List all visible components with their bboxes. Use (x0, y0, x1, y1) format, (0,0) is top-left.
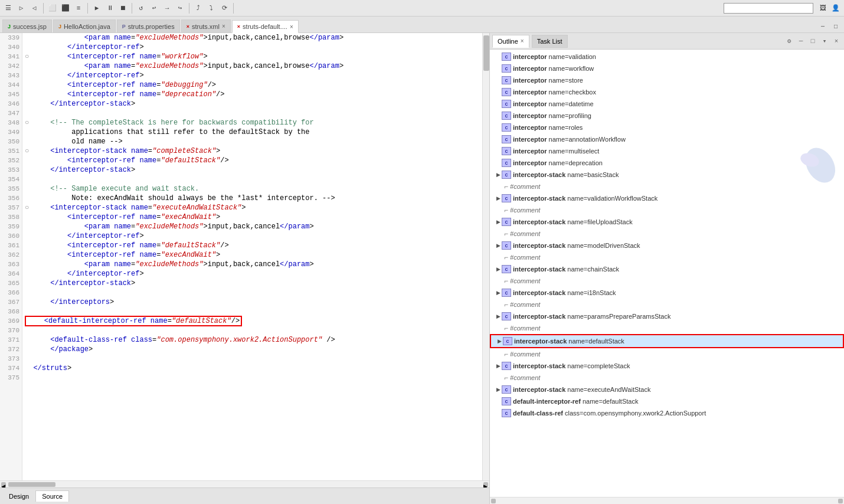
toolbar-icon-6[interactable]: ≡ (73, 2, 84, 14)
outline-item-20[interactable]: ▶cinterceptor-stack name=i18nStack (490, 287, 844, 299)
quick-access-input[interactable]: Quick Access (724, 3, 813, 14)
outline-item-29[interactable]: cdefault-interceptor-ref name=defaultSta… (490, 395, 844, 407)
fold-icon[interactable]: ○ (25, 53, 33, 61)
tab-source[interactable]: Source (35, 490, 69, 502)
outline-arrow-14[interactable]: ▶ (495, 217, 502, 227)
toolbar-icon-15[interactable]: ⤵ (205, 2, 217, 14)
toolbar-icon-13[interactable]: ↪ (174, 2, 186, 14)
outline-item-24[interactable]: ▶cinterceptor-stack name=defaultStack (490, 334, 844, 348)
outline-item-26[interactable]: ▶cinterceptor-stack name=completeStack (490, 360, 844, 372)
outline-item-28[interactable]: ▶cinterceptor-stack name=executeAndWaitS… (490, 384, 844, 395)
outline-arrow-28[interactable]: ▶ (495, 384, 502, 395)
toolbar-icon-5[interactable]: ⬛ (60, 2, 71, 14)
toolbar-icon-9[interactable]: ⏹ (117, 2, 129, 14)
outline-element-icon-2: c (502, 76, 511, 84)
h-scroll-left[interactable]: ◀ (1, 482, 6, 487)
outline-item-15[interactable]: ⌐#comment (490, 228, 844, 240)
tab-outline-close[interactable]: × (521, 38, 524, 44)
scrollbar-thumb[interactable] (483, 35, 489, 71)
outline-arrow-16[interactable]: ▶ (495, 240, 502, 251)
outline-horizontal-scrollbar[interactable] (490, 497, 844, 504)
tab-struts-default[interactable]: × struts-default.... × (232, 20, 299, 33)
minimize-editor-button[interactable]: ─ (817, 21, 829, 32)
tab-close-struts-default[interactable]: × (290, 24, 293, 30)
outline-item-22[interactable]: ▶cinterceptor-stack name=paramsPreparePa… (490, 310, 844, 322)
tab-struts-xml[interactable]: × struts.xml × (181, 19, 231, 32)
outline-item-4[interactable]: cinterceptor name=datetime (490, 98, 844, 110)
outline-item-17[interactable]: ⌐#comment (490, 251, 844, 263)
outline-h-scroll-left[interactable] (491, 499, 496, 503)
outline-element-icon-20: c (502, 289, 511, 297)
tab-struts-props[interactable]: P struts.properties (117, 19, 180, 32)
outline-item-16[interactable]: ▶cinterceptor-stack name=modelDrivenStac… (490, 240, 844, 251)
editor-vertical-scrollbar[interactable] (482, 33, 489, 480)
code-line-347 (25, 109, 480, 118)
outline-arrow-26[interactable]: ▶ (495, 361, 502, 371)
editor-horizontal-scrollbar[interactable]: ◀ ▶ (0, 480, 489, 487)
outline-arrow-20[interactable]: ▶ (495, 287, 502, 298)
outline-item-23[interactable]: ⌐#comment (490, 322, 844, 334)
panel-dropdown-icon[interactable]: ▾ (819, 36, 830, 47)
outline-item-1[interactable]: cinterceptor name=workflow (490, 63, 844, 74)
toolbar-icon-11[interactable]: ↩ (148, 2, 160, 14)
toolbar-icon-16[interactable]: ⟳ (218, 2, 230, 14)
fold-icon[interactable]: ○ (25, 147, 33, 155)
fold-icon[interactable]: ○ (25, 119, 33, 127)
outline-item-13[interactable]: ⌐#comment (490, 204, 844, 216)
tab-close-struts-xml[interactable]: × (222, 23, 225, 30)
toolbar-icon-1[interactable]: ☰ (2, 2, 14, 14)
outline-item-2[interactable]: cinterceptor name=store (490, 74, 844, 86)
panel-minimize-icon[interactable]: ─ (796, 36, 806, 47)
outline-item-0[interactable]: cinterceptor name=validation (490, 51, 844, 63)
tab-outline[interactable]: Outline × (492, 35, 529, 48)
line-number-367: 367 (0, 297, 19, 307)
panel-maximize-icon[interactable]: □ (807, 36, 818, 47)
outline-arrow-18[interactable]: ▶ (495, 264, 502, 274)
outline-element-icon-29: c (502, 397, 511, 405)
toolbar-icon-14[interactable]: ⤴ (192, 2, 204, 14)
maximize-editor-button[interactable]: □ (830, 21, 842, 32)
outline-item-6[interactable]: cinterceptor name=roles (490, 122, 844, 133)
toolbar-icon-10[interactable]: ↺ (135, 2, 147, 14)
fold-icon[interactable]: ○ (25, 204, 33, 212)
outline-arrow-24[interactable]: ▶ (496, 336, 503, 346)
panel-filter-icon[interactable]: ⚙ (784, 36, 794, 47)
outline-text-1: interceptor name=workflow (513, 63, 594, 74)
tab-success-jsp[interactable]: J success.jsp (2, 19, 52, 32)
code-area[interactable]: <param name="excludeMethods">input,back,… (22, 33, 482, 480)
outline-element-icon-26: c (502, 362, 511, 370)
outline-arrow-12[interactable]: ▶ (495, 193, 502, 204)
outline-item-3[interactable]: cinterceptor name=checkbox (490, 86, 844, 98)
outline-arrow-10[interactable]: ▶ (495, 169, 502, 180)
tab-design[interactable]: Design (2, 490, 35, 502)
h-scroll-thumb[interactable] (8, 482, 55, 487)
outline-h-scroll-right[interactable] (838, 499, 843, 503)
outline-item-5[interactable]: cinterceptor name=profiling (490, 110, 844, 122)
panel-close-icon[interactable]: × (831, 36, 842, 47)
toolbar-icon-17[interactable]: 🖼 (817, 2, 829, 14)
toolbar-separator-4 (189, 3, 189, 14)
outline-item-18[interactable]: ▶cinterceptor-stack name=chainStack (490, 263, 844, 275)
h-scroll-right[interactable]: ▶ (483, 482, 488, 487)
tab-task-list[interactable]: Task List (532, 35, 568, 48)
toolbar-icon-3[interactable]: ◁ (28, 2, 40, 14)
outline-item-14[interactable]: ▶cinterceptor-stack name=fileUploadStack (490, 216, 844, 228)
outline-item-19[interactable]: ⌐#comment (490, 275, 844, 287)
highlighted-line-369: <default-interceptor-ref name="defaultSt… (25, 316, 242, 326)
tab-hello-java[interactable]: J HelloAction.java (53, 19, 116, 32)
outline-item-25[interactable]: ⌐#comment (490, 348, 844, 360)
outline-content[interactable]: cinterceptor name=validationcinterceptor… (490, 50, 844, 497)
line-numbers: 3393403413423433443453463473483493503513… (0, 33, 22, 480)
toolbar-icon-8[interactable]: ⏸ (104, 2, 116, 14)
outline-arrow-22[interactable]: ▶ (495, 311, 502, 322)
toolbar-icon-18[interactable]: 👤 (830, 2, 842, 14)
toolbar-icon-2[interactable]: ▷ (15, 2, 27, 14)
toolbar-icon-7[interactable]: ▶ (91, 2, 103, 14)
outline-item-7[interactable]: cinterceptor name=annotationWorkflow (490, 133, 844, 145)
outline-text-9: interceptor name=deprecation (513, 158, 603, 168)
outline-item-30[interactable]: cdefault-class-ref class=com.opensymphon… (490, 407, 844, 419)
outline-item-27[interactable]: ⌐#comment (490, 372, 844, 384)
toolbar-icon-4[interactable]: ⬜ (47, 2, 58, 14)
outline-item-21[interactable]: ⌐#comment (490, 299, 844, 310)
toolbar-icon-12[interactable]: → (161, 2, 173, 14)
